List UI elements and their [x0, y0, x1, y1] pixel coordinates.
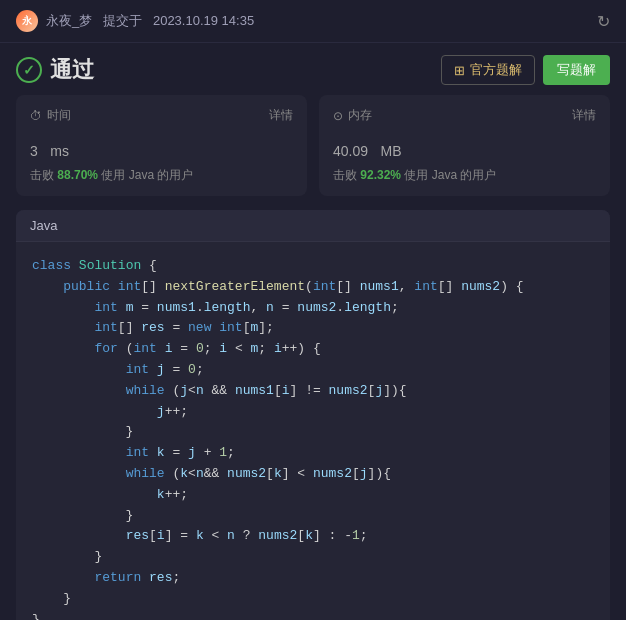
refresh-icon[interactable]: ↻	[597, 12, 610, 31]
code-line-6: int j = 0;	[32, 360, 594, 381]
memory-label-text: ⊙ 内存	[333, 107, 372, 124]
memory-label: 内存	[348, 107, 372, 124]
code-line-9: }	[32, 422, 594, 443]
code-line-1: class Solution {	[32, 256, 594, 277]
passed-label: 通过	[50, 55, 94, 85]
code-line-2: public int[] nextGreaterElement(int[] nu…	[32, 277, 594, 298]
official-solution-button[interactable]: ⊞ 官方题解	[441, 55, 535, 85]
memory-icon: ⊙	[333, 109, 343, 123]
status-buttons: ⊞ 官方题解 写题解	[441, 55, 610, 85]
time-label: 时间	[47, 107, 71, 124]
header-meta: 永夜_梦 提交于 2023.10.19 14:35	[46, 12, 254, 30]
write-solution-button[interactable]: 写题解	[543, 55, 610, 85]
username: 永夜_梦	[46, 13, 92, 28]
time-beat: 击败 88.70% 使用 Java 的用户	[30, 167, 293, 184]
status-bar: ✓ 通过 ⊞ 官方题解 写题解	[0, 43, 626, 95]
memory-detail-link[interactable]: 详情	[572, 107, 596, 124]
avatar: 永	[16, 10, 38, 32]
memory-card: ⊙ 内存 详情 40.09 MB 击败 92.32% 使用 Java 的用户	[319, 95, 610, 196]
code-line-16: return res;	[32, 568, 594, 589]
app-container: 永 永夜_梦 提交于 2023.10.19 14:35 ↻ ✓ 通过 ⊞ 官方题…	[0, 0, 626, 620]
code-language: Java	[30, 218, 57, 233]
status-passed: ✓ 通过	[16, 55, 94, 85]
time-card: ⏱ 时间 详情 3 ms 击败 88.70% 使用 Java 的用户	[16, 95, 307, 196]
header: 永 永夜_梦 提交于 2023.10.19 14:35 ↻	[0, 0, 626, 43]
header-left: 永 永夜_梦 提交于 2023.10.19 14:35	[16, 10, 254, 32]
code-lang-bar: Java	[16, 210, 610, 242]
code-line-14: res[i] = k < n ? nums2[k] : -1;	[32, 526, 594, 547]
code-line-15: }	[32, 547, 594, 568]
clock-icon: ⏱	[30, 109, 42, 123]
stats-row: ⏱ 时间 详情 3 ms 击败 88.70% 使用 Java 的用户 ⊙ 内存 …	[0, 95, 626, 210]
datetime: 2023.10.19 14:35	[153, 13, 254, 28]
code-line-12: k++;	[32, 485, 594, 506]
code-line-5: for (int i = 0; i < m; i++) {	[32, 339, 594, 360]
memory-beat: 击败 92.32% 使用 Java 的用户	[333, 167, 596, 184]
code-line-8: j++;	[32, 402, 594, 423]
memory-value: 40.09 MB	[333, 132, 596, 163]
time-value: 3 ms	[30, 132, 293, 163]
code-line-7: while (j<n && nums1[i] != nums2[j]){	[32, 381, 594, 402]
code-line-11: while (k<n&& nums2[k] < nums2[j]){	[32, 464, 594, 485]
code-line-18: }	[32, 610, 594, 620]
check-circle-icon: ✓	[16, 57, 42, 83]
memory-label-row: ⊙ 内存 详情	[333, 107, 596, 124]
time-label-row: ⏱ 时间 详情	[30, 107, 293, 124]
book-icon: ⊞	[454, 63, 465, 78]
submitted-label: 提交于	[103, 13, 142, 28]
code-line-17: }	[32, 589, 594, 610]
code-section: Java class Solution { public int[] nextG…	[16, 210, 610, 620]
code-line-3: int m = nums1.length, n = nums2.length;	[32, 298, 594, 319]
code-line-10: int k = j + 1;	[32, 443, 594, 464]
time-detail-link[interactable]: 详情	[269, 107, 293, 124]
code-line-13: }	[32, 506, 594, 527]
code-block: class Solution { public int[] nextGreate…	[16, 242, 610, 620]
time-label-text: ⏱ 时间	[30, 107, 71, 124]
code-line-4: int[] res = new int[m];	[32, 318, 594, 339]
